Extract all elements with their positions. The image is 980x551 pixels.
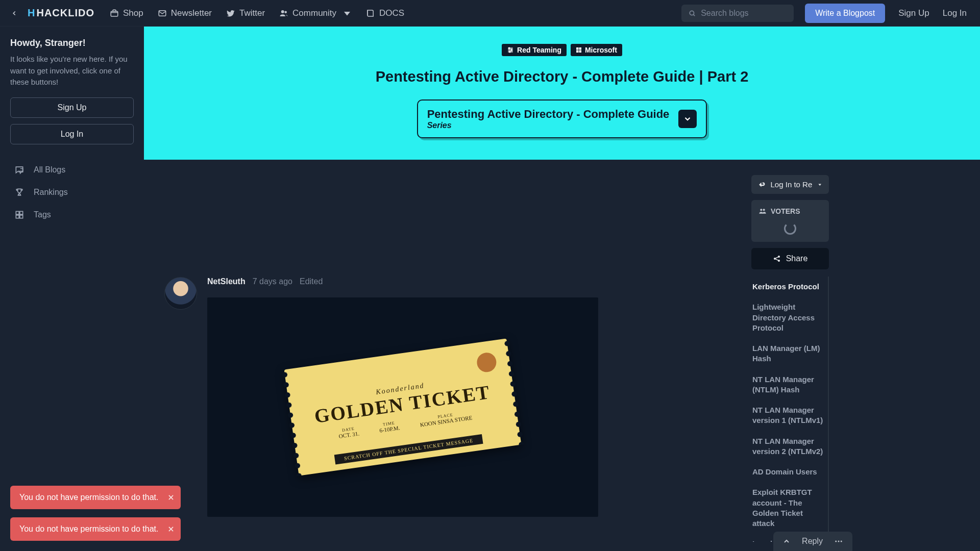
toc-item[interactable]: NT LAN Manager version 2 (NTLMv2)	[751, 431, 825, 462]
golden-ticket-illustration: Koonderland GOLDEN TICKET DATEOCT. 31. T…	[284, 338, 522, 475]
search-input[interactable]	[701, 9, 787, 18]
book-icon	[366, 9, 375, 18]
voters-label: VOTERS	[771, 207, 800, 215]
toc-item[interactable]: AD Domain Users	[751, 462, 825, 482]
microsoft-icon	[576, 47, 582, 53]
reply-button[interactable]: Reply	[802, 537, 823, 546]
nav-signup-link[interactable]: Sign Up	[898, 8, 929, 18]
series-title: Pentesting Active Directory - Complete G…	[427, 108, 670, 121]
toc-item[interactable]: LAN Manager (LM) Hash	[751, 338, 825, 369]
toc-item[interactable]: Lightweight Directory Access Protocol	[751, 297, 825, 338]
svg-line-7	[693, 14, 695, 16]
loading-spinner-icon	[784, 222, 796, 235]
grid-icon	[14, 210, 24, 220]
twitter-icon	[226, 9, 235, 18]
content-row: NetSleuth 7 days ago Edited Koonderland …	[144, 160, 980, 542]
nav-newsletter-label: Newsletter	[171, 8, 212, 18]
sidebar-item-tags[interactable]: Tags	[10, 204, 134, 226]
left-sidebar: Howdy, Stranger! It looks like you're ne…	[0, 27, 144, 551]
alerts-container: You do not have permission to do that. Y…	[10, 486, 181, 541]
svg-point-26	[778, 256, 779, 258]
post-meta: NetSleuth 7 days ago Edited	[207, 277, 598, 286]
series-card[interactable]: Pentesting Active Directory - Complete G…	[417, 99, 707, 138]
sidebar-intro: It looks like you're new here. If you wa…	[10, 54, 134, 88]
svg-point-23	[760, 209, 762, 211]
voters-panel: VOTERS	[751, 200, 829, 242]
svg-rect-21	[579, 51, 581, 53]
series-expand-button[interactable]	[678, 110, 697, 128]
svg-point-24	[763, 209, 765, 211]
back-button[interactable]	[6, 5, 22, 21]
svg-rect-8	[16, 211, 19, 214]
alert-text: You do not have permission to do that.	[19, 524, 158, 533]
sidebar-signup-button[interactable]: Sign Up	[10, 97, 134, 118]
post-time: 7 days ago	[253, 277, 292, 286]
nav-shop[interactable]: Shop	[110, 8, 143, 18]
post-column: NetSleuth 7 days ago Edited Koonderland …	[164, 175, 736, 542]
search-box[interactable]	[681, 5, 794, 22]
logo-text: HACKLIDO	[36, 7, 94, 19]
login-to-reply-button[interactable]: Log In to Reply	[751, 175, 829, 194]
tag-microsoft[interactable]: Microsoft	[571, 44, 622, 56]
svg-rect-18	[576, 47, 579, 50]
permission-alert: You do not have permission to do that.	[10, 486, 181, 509]
reply-bar: Reply	[773, 532, 852, 551]
nav-twitter[interactable]: Twitter	[226, 8, 265, 18]
share-icon	[773, 255, 781, 263]
alert-text: You do not have permission to do that.	[19, 493, 158, 502]
svg-rect-11	[20, 215, 23, 218]
author-avatar[interactable]	[164, 277, 197, 310]
alert-close-button[interactable]	[167, 494, 175, 501]
post-title: Pentesting Active Directory - Complete G…	[376, 68, 749, 85]
chevron-down-icon	[683, 114, 692, 123]
svg-point-30	[835, 541, 837, 542]
users-icon	[279, 9, 288, 18]
nav-community[interactable]: Community	[279, 8, 352, 18]
logo-mark: H	[28, 7, 35, 19]
sidebar-login-button[interactable]: Log In	[10, 124, 134, 144]
nav-newsletter[interactable]: Newsletter	[158, 8, 212, 18]
more-menu-button[interactable]	[834, 537, 843, 546]
right-column: Log In to Reply VOTERS Share Kerberos Pr…	[751, 175, 829, 542]
svg-rect-19	[579, 47, 581, 50]
nav-docs[interactable]: DOCS	[366, 8, 404, 18]
tag-red-teaming[interactable]: Red Teaming	[502, 44, 567, 56]
svg-point-32	[841, 541, 842, 542]
table-of-contents: Kerberos Protocol Lightweight Directory …	[751, 277, 829, 542]
hero-banner: Red Teaming Microsoft Pentesting Active …	[144, 27, 980, 160]
author-name[interactable]: NetSleuth	[207, 277, 246, 286]
coin-icon	[476, 352, 498, 373]
toc-item[interactable]: Kerberos Protocol	[751, 277, 825, 297]
svg-point-16	[511, 49, 512, 51]
toc-item[interactable]: NT LAN Manager (NTLM) Hash	[751, 369, 825, 400]
tag-label: Red Teaming	[517, 46, 561, 54]
alert-close-button[interactable]	[167, 525, 175, 533]
sidebar-item-all-blogs[interactable]: All Blogs	[10, 159, 134, 181]
nav-docs-label: DOCS	[379, 8, 404, 18]
sidebar-nav: All Blogs Rankings Tags	[10, 159, 134, 226]
sidebar-item-label: Rankings	[34, 188, 68, 197]
write-blogpost-button[interactable]: Write a Blogpost	[805, 4, 885, 23]
svg-line-29	[775, 259, 778, 261]
nav-auth: Sign Up Log In	[898, 8, 967, 18]
svg-point-6	[690, 11, 694, 15]
nav-login-link[interactable]: Log In	[943, 8, 967, 18]
nav-community-label: Community	[292, 8, 336, 18]
post-hero-image: Koonderland GOLDEN TICKET DATEOCT. 31. T…	[207, 297, 598, 517]
svg-marker-22	[818, 184, 821, 186]
scroll-top-button[interactable]	[782, 537, 791, 545]
main-content: Red Teaming Microsoft Pentesting Active …	[144, 27, 980, 551]
site-logo[interactable]: H HACKLIDO	[28, 7, 94, 19]
svg-rect-0	[111, 11, 118, 16]
svg-point-25	[774, 258, 775, 260]
sidebar-item-rankings[interactable]: Rankings	[10, 181, 134, 204]
toc-item[interactable]: NT LAN Manager version 1 (NTLMv1)	[751, 400, 825, 431]
share-button[interactable]: Share	[751, 248, 829, 269]
search-icon	[689, 9, 696, 17]
ticket-scratch: SCRATCH OFF THE SPECIAL TICKET MESSAGE	[334, 434, 483, 464]
ellipsis-icon	[834, 537, 843, 546]
nav-shop-label: Shop	[123, 8, 143, 18]
toc-item[interactable]: Exploit KRBTGT account - The Golden Tick…	[751, 482, 825, 534]
svg-rect-20	[576, 51, 579, 53]
svg-point-17	[509, 51, 510, 52]
